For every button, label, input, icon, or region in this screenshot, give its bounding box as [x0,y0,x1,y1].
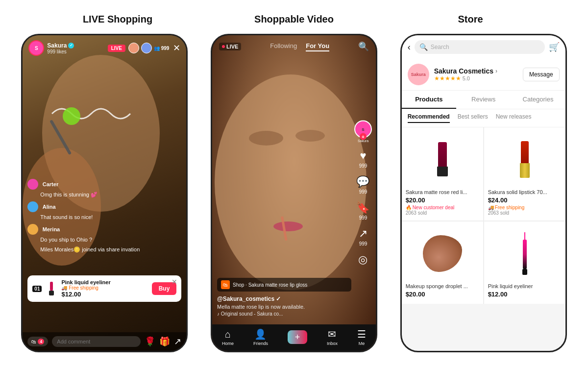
friends-nav-item[interactable]: 👤 Friends [253,328,268,346]
store-phone: ‹ 🔍 Search 🛒 Sakura Sakura Cosmetics › [400,34,567,352]
inbox-nav-item[interactable]: ✉ Inbox [327,328,338,346]
share-icon[interactable]: ↗ [174,336,181,347]
seller-info: Sakura Cosmetics › ★★★★★ 5.0 [434,67,518,82]
shop-icon: 🛍 [31,339,36,344]
share-count: 999 [359,241,368,246]
shop-small-icon: 🛍 [221,280,230,289]
svg-point-9 [273,221,303,231]
viewer-icons: 👥 999 [128,43,169,53]
product-item-1[interactable]: Sakura matte rose red li... $20.00 🔥 New… [402,127,483,220]
following-tab[interactable]: Following [270,42,297,51]
tiktok-icon: ◎ [358,253,368,266]
close-button[interactable]: ✕ [173,43,180,53]
sponge-shape [423,235,462,272]
product-number: 01 [32,286,42,292]
create-plus-button[interactable]: + [288,330,307,344]
verified-icon: ✓ [68,43,74,49]
store-bg: ‹ 🔍 Search 🛒 Sakura Sakura Cosmetics › [402,35,565,351]
home-nav-item[interactable]: ⌂ Home [222,329,234,346]
seller-arrow-icon: › [495,68,497,74]
recommended-subtab[interactable]: Recommended [408,113,450,123]
product-price-2: $24.00 [488,196,562,204]
seller-name: Sakura Cosmetics › [434,67,518,75]
reviews-tab[interactable]: Reviews [456,91,511,109]
product-price-3: $20.00 [406,291,479,298]
product-sold-1: 2063 sold [406,210,479,216]
follow-plus-icon[interactable]: + [360,133,367,140]
product-image-3 [406,226,479,280]
video-top-bar: LIVE Following For You 🔍 [212,35,376,55]
back-button[interactable]: ‹ [408,42,411,52]
search-icon[interactable]: 🔍 [358,41,369,52]
eyeliner-tip [524,232,525,240]
truck-icon: 🚚 [488,205,494,210]
heart-icon: ♥ [360,149,366,162]
bestsellers-subtab[interactable]: Best sellers [458,113,488,123]
inbox-icon: ✉ [328,328,336,340]
live-top-bar: S Sakura ✓ 999 likes LIVE 👥 999 ✕ [23,35,186,59]
shop-bar-text: Shop · Sakura matte rose lip gloss [233,282,307,288]
product-name-1: Sakura matte rose red li... [406,189,479,195]
comment-2: Alina That sound is so nice! [27,201,181,221]
svg-point-2 [63,107,80,125]
search-bar[interactable]: 🔍 Search [415,40,545,54]
bookmark-action[interactable]: 🔖 999 [356,201,369,220]
categories-tab[interactable]: Categories [511,91,565,109]
shoppable-bg: LIVE Following For You 🔍 S + Sakura [212,35,376,351]
join-notice: Miles Morales🪙 joined via share invation [27,246,181,253]
me-nav-item[interactable]: ☰ Me [357,328,366,346]
shop-button-live[interactable]: 🛍 4 [27,337,48,346]
lipstick-gold-shape [520,141,530,178]
me-icon: ☰ [357,328,366,340]
commenter-avatar-3 [27,224,38,235]
store-top-bar: ‹ 🔍 Search 🛒 [402,35,565,59]
lipstick-tip [521,141,529,163]
viewer-avatar-1 [128,43,139,53]
for-you-tab[interactable]: For You [306,42,329,51]
home-label: Home [222,341,234,346]
rose-icon[interactable]: 🌹 [145,336,155,347]
cart-icon[interactable]: 🛒 [549,42,560,52]
me-label: Me [359,341,365,346]
product-info: Pink liquid eyeliner 🚚 Free shipping $12… [61,279,147,298]
sound-info: ♪ Original sound - Sakura co... [217,311,351,317]
search-placeholder: Search [431,44,449,50]
seller-rating-row: ★★★★★ 5.0 [434,75,518,82]
creator-handle: @Sakura_cosmetics ✓ [217,295,351,302]
seller-bar: Sakura Sakura Cosmetics › ★★★★★ 5.0 Mess… [402,59,565,91]
comment-action[interactable]: 💬 999 [356,175,369,195]
like-action[interactable]: ♥ 999 [359,149,368,169]
live-bg: S Sakura ✓ 999 likes LIVE 👥 999 ✕ [23,35,186,351]
svg-point-7 [249,131,283,146]
live-user-avatar: S [28,40,44,56]
comment-3: Merina Do you ship to Ohio ? [27,224,181,244]
product-item-4[interactable]: Pink liquid eyeliner $12.00 [484,221,565,304]
eyeliner-shape [522,232,527,275]
product-card-close[interactable]: ✕ [172,278,177,286]
share-action[interactable]: ↗ 999 [359,227,368,246]
live-shopping-phone: S Sakura ✓ 999 likes LIVE 👥 999 ✕ [21,34,188,352]
live-likes: 999 likes [47,49,107,54]
product-item-3[interactable]: Makeup sponge droplet ... $20.00 [402,221,483,304]
comment-count: 999 [359,189,368,195]
commenter-avatar-1 [27,179,38,190]
comment-input[interactable] [52,336,141,347]
shop-bar[interactable]: 🛍 Shop · Sakura matte rose lip gloss [217,278,351,292]
live-username: Sakura ✓ [47,42,107,49]
viewer-avatar-2 [141,43,152,53]
store-tabs: Products Reviews Categories [402,91,565,109]
creator-avatar[interactable]: S + [354,121,372,138]
svg-rect-4 [50,282,53,291]
product-price-1: $20.00 [406,196,479,204]
home-icon: ⌂ [225,329,231,340]
products-tab[interactable]: Products [402,91,456,109]
live-dot [222,45,225,48]
newreleases-subtab[interactable]: New releases [496,113,532,123]
product-sold-2: 2063 sold [488,210,562,216]
create-nav-item[interactable]: + [288,330,307,344]
shoppable-video-phone: LIVE Following For You 🔍 S + Sakura [211,34,377,352]
product-item-2[interactable]: Sakura solid lipstick 70... $24.00 🚚 Fre… [484,127,565,220]
friends-icon: 👤 [254,328,267,340]
message-button[interactable]: Message [523,68,560,81]
gift-icon[interactable]: 🎁 [159,336,170,347]
